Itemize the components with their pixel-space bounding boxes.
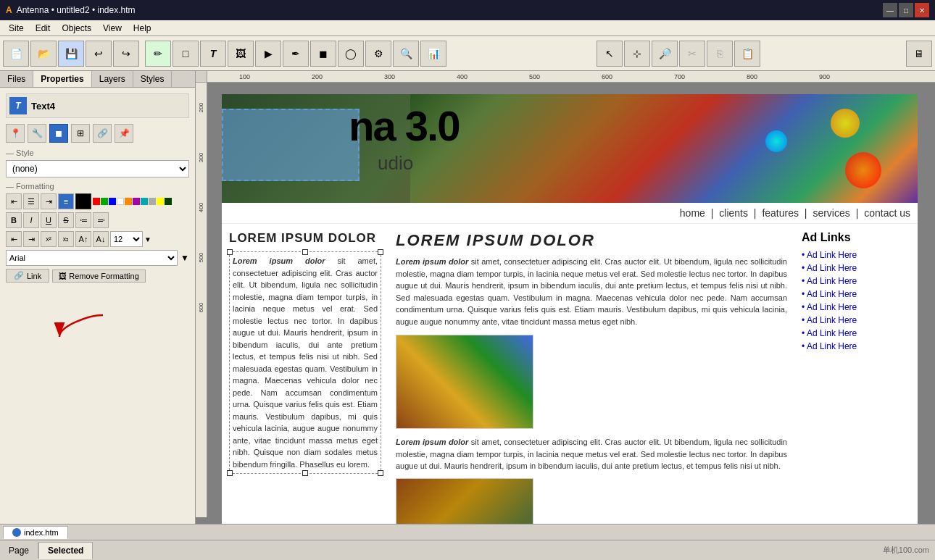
draw-button[interactable]: ✒: [283, 41, 309, 67]
size-icon[interactable]: ⊞: [71, 124, 90, 143]
menu-help[interactable]: Help: [128, 22, 157, 35]
property-icons: 📍 🔧 ◼ ⊞ 🔗 📌: [6, 124, 189, 143]
handle-bm[interactable]: [302, 470, 308, 476]
status-tab-selected[interactable]: Selected: [38, 542, 93, 559]
zoom-button[interactable]: 🔎: [652, 41, 678, 67]
color-red[interactable]: [93, 198, 100, 205]
new-button[interactable]: 📄: [3, 41, 29, 67]
open-button[interactable]: 📂: [30, 41, 57, 67]
tab-files[interactable]: Files: [0, 71, 33, 87]
italic-button[interactable]: I: [23, 212, 39, 228]
nav-home[interactable]: home: [680, 207, 705, 219]
search-button[interactable]: 🔍: [393, 41, 419, 67]
link-button[interactable]: 🔗 Link: [6, 269, 49, 283]
select-button[interactable]: ⊹: [624, 41, 650, 67]
bold-button[interactable]: B: [6, 212, 22, 228]
undo-button[interactable]: ↩: [86, 41, 112, 67]
menu-edit[interactable]: Edit: [30, 22, 57, 35]
color-purple[interactable]: [133, 198, 140, 205]
remove-formatting-button[interactable]: 🖼 Remove Formatting: [52, 269, 146, 283]
align-left-button[interactable]: ⇤: [6, 193, 22, 209]
position-icon[interactable]: 📍: [6, 124, 25, 143]
indent-right-button[interactable]: ⇥: [23, 231, 39, 247]
decrease-size-button[interactable]: A↓: [93, 231, 109, 247]
page-index-tab[interactable]: index.htm: [3, 526, 68, 539]
pointer-button[interactable]: ↖: [597, 41, 623, 67]
list-ul-button[interactable]: ≔: [75, 212, 91, 228]
font-size-select[interactable]: 12: [110, 231, 143, 247]
rect-button[interactable]: □: [173, 41, 199, 67]
style-dropdown[interactable]: (none): [6, 160, 189, 177]
ad-link-6[interactable]: Ad Link Here: [802, 315, 910, 325]
canvas-area[interactable]: 100 200 300 400 500 600 700 800 900 200 …: [196, 71, 935, 524]
list-ol-button[interactable]: ≕: [93, 212, 109, 228]
menu-site[interactable]: Site: [3, 22, 30, 35]
shape-button[interactable]: ◼: [310, 41, 336, 67]
color-orange[interactable]: [125, 198, 132, 205]
color-darkgreen[interactable]: [165, 198, 172, 205]
color-cyan[interactable]: [141, 198, 148, 205]
ad-link-1[interactable]: Ad Link Here: [802, 250, 910, 260]
style-icon[interactable]: ◼: [49, 124, 68, 143]
text-element-selected[interactable]: Lorem ipsum dolor sit amet, consectetuer…: [229, 251, 381, 474]
tab-layers[interactable]: Layers: [92, 71, 133, 87]
ad-link-2[interactable]: Ad Link Here: [802, 263, 910, 273]
ad-link-5[interactable]: Ad Link Here: [802, 302, 910, 312]
align-justify-button[interactable]: ≡: [58, 193, 74, 209]
nav-clients[interactable]: clients: [719, 207, 748, 219]
color-green[interactable]: [101, 198, 108, 205]
nav-contact[interactable]: contact us: [864, 207, 910, 219]
handle-tm[interactable]: [302, 249, 308, 255]
action-icon[interactable]: 📌: [115, 124, 133, 143]
redo-button[interactable]: ↪: [113, 41, 139, 67]
subscript-button[interactable]: x₂: [58, 231, 74, 247]
handle-bl[interactable]: [227, 470, 233, 476]
tab-properties[interactable]: Properties: [33, 71, 91, 87]
ad-link-8[interactable]: Ad Link Here: [802, 341, 910, 351]
handle-tr[interactable]: [378, 249, 383, 255]
color-yellow[interactable]: [157, 198, 164, 205]
font-family-select[interactable]: Arial: [6, 250, 178, 266]
text-selection-box[interactable]: [222, 109, 360, 181]
paste-button[interactable]: 📋: [734, 41, 760, 67]
align-center-button[interactable]: ☰: [23, 193, 39, 209]
handle-tl[interactable]: [227, 249, 233, 255]
color-blue[interactable]: [109, 198, 116, 205]
nav-features[interactable]: features: [762, 207, 799, 219]
indent-left-button[interactable]: ⇤: [6, 231, 22, 247]
tab-styles[interactable]: Styles: [133, 71, 173, 87]
menu-view[interactable]: View: [97, 22, 128, 35]
ad-link-4[interactable]: Ad Link Here: [802, 289, 910, 299]
preview-button[interactable]: 🖥: [906, 41, 932, 67]
menu-objects[interactable]: Objects: [56, 22, 97, 35]
increase-size-button[interactable]: A↑: [75, 231, 91, 247]
underline-button[interactable]: U: [41, 212, 57, 228]
ad-link-7[interactable]: Ad Link Here: [802, 328, 910, 338]
nav-services[interactable]: services: [813, 207, 849, 219]
strikethrough-button[interactable]: S: [58, 212, 74, 228]
ad-link-3[interactable]: Ad Link Here: [802, 276, 910, 286]
status-tab-page[interactable]: Page: [0, 543, 38, 559]
chart-button[interactable]: 📊: [420, 41, 446, 67]
superscript-button[interactable]: x²: [41, 231, 57, 247]
align-right-button[interactable]: ⇥: [41, 193, 57, 209]
window-controls[interactable]: — □ ✕: [883, 3, 929, 17]
edit-button[interactable]: ✏: [145, 41, 171, 67]
copy-button[interactable]: ⎘: [707, 41, 733, 67]
link-icon[interactable]: 🔗: [93, 124, 112, 143]
close-button[interactable]: ✕: [915, 3, 929, 17]
color-white[interactable]: [117, 198, 124, 205]
handle-br[interactable]: [378, 470, 383, 476]
oval-button[interactable]: ◯: [338, 41, 364, 67]
image-button[interactable]: 🖼: [228, 41, 254, 67]
save-button[interactable]: 💾: [58, 41, 84, 67]
text-button[interactable]: T: [200, 41, 226, 67]
cut-button[interactable]: ✂: [679, 41, 705, 67]
minimize-button[interactable]: —: [883, 3, 897, 17]
color-swatch[interactable]: [75, 193, 91, 209]
transform-icon[interactable]: 🔧: [28, 124, 46, 143]
maximize-button[interactable]: □: [899, 3, 913, 17]
color-gray[interactable]: [149, 198, 156, 205]
media-button[interactable]: ▶: [255, 41, 281, 67]
plugin-button[interactable]: ⚙: [365, 41, 391, 67]
